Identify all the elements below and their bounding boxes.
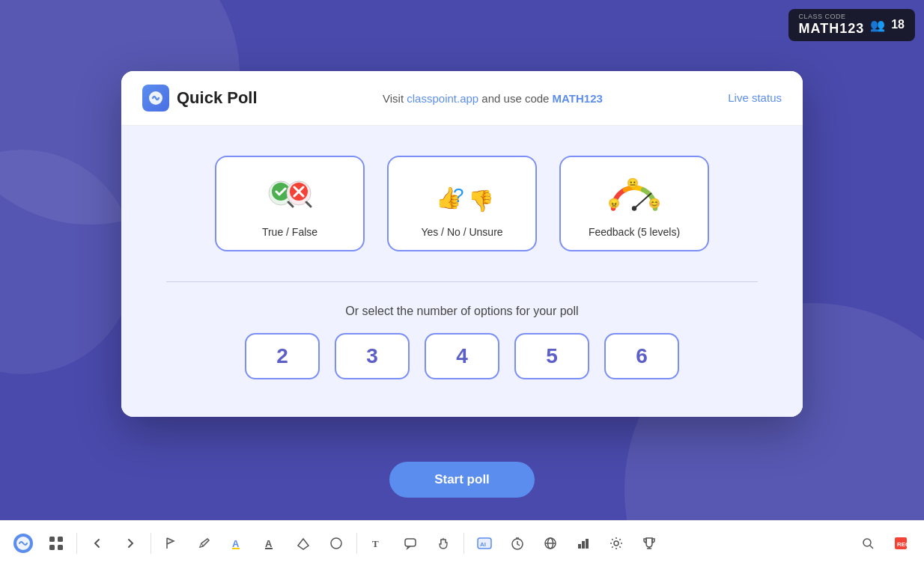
toolbar-text[interactable]: T (362, 528, 393, 559)
class-code-label: class code (799, 13, 865, 21)
number-option-3[interactable]: 3 (335, 333, 410, 379)
header-center: Visit classpoint.app and use code MATH12… (383, 92, 603, 105)
poll-type-feedback[interactable]: 😠 😊 😐 Feedback (5 levels) (559, 156, 709, 251)
svg-line-41 (870, 546, 873, 549)
header-left: Quick Poll (142, 85, 258, 112)
svg-rect-19 (49, 545, 55, 550)
svg-text:😐: 😐 (627, 177, 639, 189)
toolbar-eraser[interactable] (288, 528, 319, 559)
toolbar-sep-4 (463, 533, 464, 554)
class-code-value: MATH123 (799, 21, 865, 37)
classpoint-link[interactable]: classpoint.app (407, 92, 478, 105)
svg-text:A: A (265, 538, 273, 549)
svg-line-6 (306, 202, 311, 207)
toolbar-highlight-a2[interactable]: A (255, 528, 286, 559)
poll-type-true-false[interactable]: True / False (215, 156, 365, 251)
students-count: 18 (891, 18, 905, 31)
toolbar-pointer[interactable] (156, 528, 187, 559)
svg-rect-18 (58, 537, 63, 542)
svg-rect-24 (265, 548, 273, 549)
toolbar: A A T (0, 520, 924, 565)
number-option-4[interactable]: 4 (425, 333, 499, 379)
toolbar-shapes[interactable] (320, 528, 352, 559)
feedback-icon: 😠 😊 😐 (604, 172, 664, 217)
svg-text:👎: 👎 (468, 189, 492, 213)
yes-no-unsure-label: Yes / No / Unsure (421, 226, 502, 238)
svg-text:😠: 😠 (608, 198, 620, 210)
feedback-label: Feedback (5 levels) (589, 226, 680, 238)
svg-point-25 (331, 538, 341, 549)
modal-body: True / False 👍 ? 👎 Yes / No / Unsure (121, 126, 803, 417)
svg-point-11 (632, 206, 636, 210)
number-options-container: 2 3 4 5 6 (166, 333, 758, 379)
toolbar-timer[interactable] (502, 528, 533, 559)
toolbar-classpoint[interactable] (7, 528, 39, 559)
visit-text: Visit (383, 92, 404, 105)
toolbar-stop-recording[interactable]: REC (885, 528, 917, 559)
svg-point-37 (614, 541, 618, 546)
number-option-6[interactable]: 6 (604, 333, 679, 379)
svg-text:AI: AI (480, 541, 486, 548)
svg-text:?: ? (453, 184, 463, 207)
toolbar-globe[interactable] (535, 528, 566, 559)
live-status-link[interactable]: Live status (728, 91, 782, 104)
svg-rect-20 (58, 545, 63, 550)
quick-poll-modal: Quick Poll Visit classpoint.app and use … (121, 71, 803, 417)
toolbar-settings[interactable] (601, 528, 632, 559)
toolbar-forward[interactable] (115, 528, 146, 559)
svg-rect-35 (582, 541, 585, 549)
toolbar-sep-1 (76, 533, 77, 554)
poll-types-container: True / False 👍 ? 👎 Yes / No / Unsure (166, 156, 758, 251)
svg-rect-22 (232, 548, 240, 549)
svg-text:REC: REC (897, 541, 908, 548)
modal-title: Quick Poll (177, 88, 258, 108)
section-divider (166, 281, 758, 282)
svg-text:A: A (232, 538, 240, 549)
toolbar-sep-2 (151, 533, 151, 554)
toolbar-sep-3 (356, 533, 357, 554)
class-badge: class code MATH123 👥 18 (788, 9, 915, 41)
toolbar-grid[interactable] (40, 528, 72, 559)
app-icon (142, 85, 169, 112)
yes-no-unsure-icon: 👍 ? 👎 (432, 172, 492, 217)
svg-text:T: T (372, 538, 379, 549)
start-poll-container: Start poll (121, 447, 803, 505)
number-section-label: Or select the number of options for your… (166, 305, 758, 318)
modal-header: Quick Poll Visit classpoint.app and use … (121, 71, 803, 126)
svg-text:😊: 😊 (648, 198, 660, 210)
number-option-2[interactable]: 2 (245, 333, 320, 379)
true-false-icon (260, 172, 320, 217)
class-code-section: class code MATH123 (799, 13, 865, 37)
svg-rect-27 (405, 539, 416, 546)
header-right: Live status (728, 91, 782, 105)
toolbar-ai[interactable]: AI (469, 528, 500, 559)
toolbar-back[interactable] (82, 528, 113, 559)
toolbar-search[interactable] (852, 528, 884, 559)
start-poll-button[interactable]: Start poll (389, 462, 535, 498)
toolbar-trophy[interactable] (633, 528, 665, 559)
svg-point-40 (863, 539, 871, 546)
and-code-text: and use code (481, 92, 549, 105)
true-false-label: True / False (262, 226, 317, 238)
svg-rect-34 (578, 544, 581, 549)
poll-code: MATH123 (553, 92, 603, 105)
svg-rect-36 (586, 539, 589, 549)
toolbar-comment[interactable] (395, 528, 426, 559)
toolbar-highlight-a1[interactable]: A (222, 528, 253, 559)
poll-type-yes-no-unsure[interactable]: 👍 ? 👎 Yes / No / Unsure (387, 156, 537, 251)
svg-rect-17 (49, 537, 55, 542)
students-icon: 👥 (870, 18, 885, 32)
toolbar-pen[interactable] (189, 528, 220, 559)
number-option-5[interactable]: 5 (514, 333, 589, 379)
toolbar-chart[interactable] (568, 528, 599, 559)
toolbar-gesture[interactable] (428, 528, 459, 559)
